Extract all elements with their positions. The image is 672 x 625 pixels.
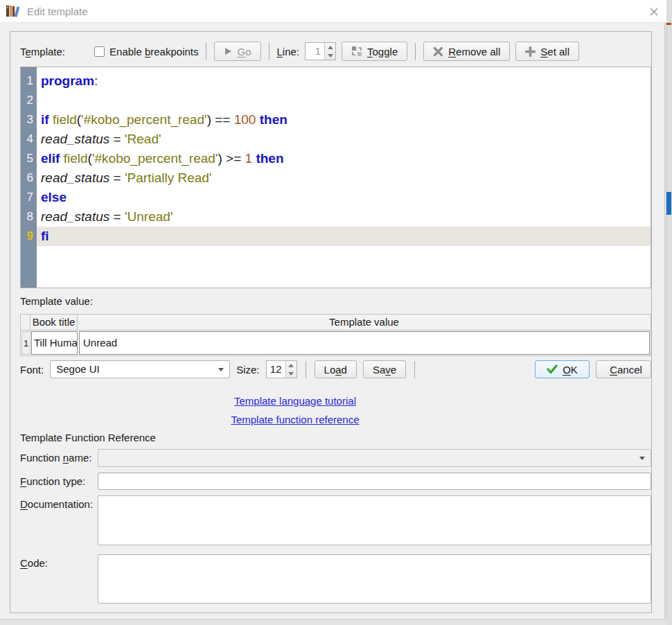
code-line[interactable]: read_status = 'Unread' — [37, 207, 651, 227]
line-spinner[interactable]: 1 — [305, 42, 336, 60]
font-value: Segoe UI — [56, 363, 100, 375]
function-type-label: Function type: — [20, 473, 98, 487]
green-check-icon — [547, 364, 558, 374]
checkbox-box[interactable] — [94, 46, 105, 57]
row-number-cell: 1 — [21, 331, 30, 355]
editor-gutter-numbers: 123456789 — [21, 67, 37, 288]
code-line[interactable] — [37, 91, 651, 110]
edit-template-dialog-frame: Template: Enable breakpoints Go Line: 1 — [10, 31, 652, 613]
ok-button[interactable]: OK — [535, 360, 590, 378]
background-window-scrollbar — [666, 0, 672, 625]
line-number: 9 — [21, 227, 37, 246]
column-header-template-value: Template value — [78, 315, 651, 330]
function-name-row: Function name: — [20, 449, 651, 467]
save-button[interactable]: Save — [363, 360, 406, 378]
spin-up-button[interactable] — [325, 43, 335, 51]
bold-plus-icon — [525, 46, 536, 57]
spin-up-button[interactable] — [286, 361, 297, 369]
cancel-button[interactable]: Cancel — [596, 360, 651, 378]
font-label: Font: — [20, 364, 44, 376]
load-button[interactable]: Load — [315, 360, 357, 378]
enable-breakpoints-checkbox[interactable]: Enable breakpoints — [94, 46, 198, 58]
line-number: 4 — [21, 130, 37, 149]
app-icon — [6, 3, 21, 19]
background-window-accent — [666, 23, 671, 25]
documentation-label: Documentation: — [20, 495, 98, 510]
code-line[interactable]: if field('#kobo_percent_read') == 100 th… — [37, 110, 651, 130]
close-button[interactable] — [648, 6, 660, 17]
line-number: 3 — [21, 110, 37, 130]
book-title-cell[interactable]: Till Huma — [31, 331, 78, 355]
close-x-icon — [648, 6, 660, 17]
dialog-border — [664, 0, 665, 625]
down-arrow-icon — [218, 368, 224, 371]
spin-down-button[interactable] — [286, 369, 297, 378]
template-value-table: Book title Template value 1 Till Huma Un… — [20, 314, 651, 356]
up-down-arrows-icon[interactable] — [324, 43, 335, 60]
play-triangle-icon — [224, 47, 232, 55]
down-arrow-icon — [639, 457, 645, 460]
line-number: 1 — [21, 71, 37, 91]
separator — [306, 361, 306, 378]
swap-squares-icon — [351, 46, 362, 57]
function-reference-title: Template Function Reference — [20, 432, 156, 443]
help-links: Template language tutorial Template func… — [10, 391, 580, 429]
column-header-book-title: Book title — [30, 315, 78, 330]
separator — [415, 43, 416, 60]
code-line[interactable]: read_status = 'Partially Read' — [37, 168, 651, 188]
code-line[interactable]: else — [37, 188, 651, 207]
editor-code-lines[interactable]: program:if field('#kobo_percent_read') =… — [37, 67, 651, 288]
line-value: 1 — [306, 43, 324, 60]
documentation-row: Documentation: — [20, 495, 651, 545]
template-function-reference-link[interactable]: Template function reference — [231, 410, 359, 429]
remove-all-button[interactable]: Remove all — [423, 42, 510, 61]
template-code-editor[interactable]: 123456789 program:if field('#kobo_percen… — [20, 67, 651, 288]
code-line[interactable]: read_status = 'Read' — [37, 130, 651, 149]
window-title: Edit template — [27, 6, 88, 17]
template-label: Template: — [20, 46, 65, 58]
code-field[interactable] — [98, 554, 651, 604]
line-number: 2 — [21, 91, 37, 110]
table-corner-cell — [21, 315, 30, 330]
up-down-arrows-icon[interactable] — [285, 361, 297, 378]
font-row: Font: Segoe UI Size: 12 Load Save OK Can… — [20, 360, 651, 379]
documentation-field[interactable] — [98, 495, 651, 545]
function-name-select[interactable] — [98, 449, 651, 467]
code-label: Code: — [20, 554, 98, 569]
spin-down-button[interactable] — [325, 51, 335, 60]
code-row: Code: — [20, 554, 651, 604]
toggle-button[interactable]: Toggle — [342, 42, 407, 61]
line-number: 8 — [21, 207, 37, 227]
title-bar: Edit template — [0, 0, 666, 23]
line-number: 6 — [21, 168, 37, 188]
separator — [206, 43, 206, 60]
line-number: 7 — [21, 188, 37, 207]
template-language-tutorial-link[interactable]: Template language tutorial — [234, 391, 356, 410]
set-all-button[interactable]: Set all — [515, 42, 579, 61]
function-name-label: Function name: — [20, 449, 98, 464]
dialog-bottom-strip — [0, 619, 666, 625]
template-value-cell[interactable]: Unread — [79, 331, 650, 355]
size-label: Size: — [236, 364, 259, 376]
code-line[interactable]: fi — [37, 227, 651, 246]
function-type-field[interactable] — [98, 473, 651, 490]
line-number: 5 — [21, 149, 37, 168]
function-type-row: Function type: — [20, 473, 651, 490]
size-value: 12 — [267, 361, 285, 378]
table-header-row: Book title Template value — [21, 315, 651, 331]
template-value-label: Template value: — [20, 295, 93, 307]
line-label: Line: — [277, 46, 300, 58]
size-spinner[interactable]: 12 — [266, 360, 297, 378]
enable-breakpoints-label: Enable breakpoints — [109, 46, 198, 58]
code-line[interactable]: elif field('#kobo_percent_read') >= 1 th… — [37, 149, 651, 168]
table-row: 1 Till Huma Unread — [21, 331, 651, 355]
code-line[interactable]: program: — [37, 71, 651, 91]
template-toolbar: Template: Enable breakpoints Go Line: 1 — [20, 41, 651, 62]
bold-x-icon — [433, 46, 443, 57]
background-scrollbar-thumb — [666, 192, 671, 215]
go-button[interactable]: Go — [214, 42, 260, 61]
separator — [414, 361, 415, 378]
font-select[interactable]: Segoe UI — [50, 360, 230, 378]
separator — [269, 43, 269, 60]
